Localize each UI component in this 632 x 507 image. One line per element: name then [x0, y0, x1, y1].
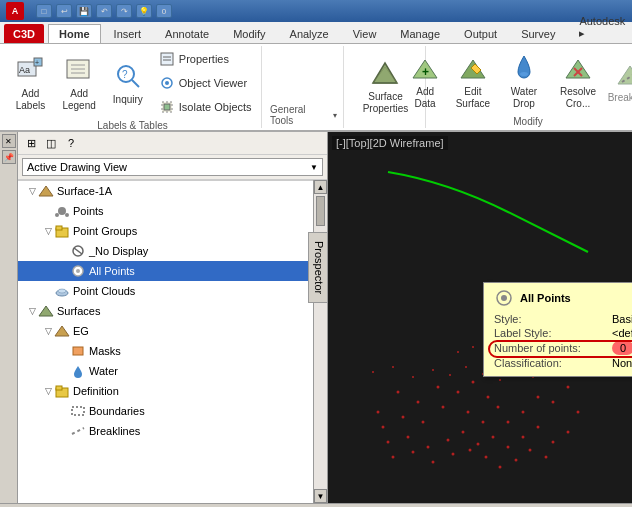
tooltip-row-labelstyle: Label Style: <default>: [494, 326, 632, 340]
tab-c3d[interactable]: C3D: [4, 24, 44, 43]
tree-label-pointclouds: Point Clouds: [73, 285, 135, 297]
tab-view[interactable]: View: [342, 24, 388, 43]
redo-icon[interactable]: ↷: [116, 4, 132, 18]
close-panel-btn[interactable]: ✕: [2, 134, 16, 148]
tab-survey[interactable]: Survey: [510, 24, 566, 43]
left-toolstrip: ✕ 📌: [0, 132, 18, 503]
svg-point-64: [522, 411, 525, 414]
expand-definition[interactable]: ▽: [42, 385, 54, 397]
main-area: ✕ 📌 ⊞ ◫ ? Active Drawing View ▼ ▽: [0, 132, 632, 503]
edit-surface-button[interactable]: Edit Surface: [448, 48, 498, 114]
expand-nodisplay: [58, 245, 70, 257]
add-labels-button[interactable]: Aa + AddLabels: [8, 50, 52, 116]
svg-text:+: +: [35, 59, 39, 66]
breaklines-icon: [614, 58, 632, 90]
tree-item-masks[interactable]: Masks: [18, 341, 313, 361]
svg-point-87: [499, 466, 502, 469]
tooltip-row-class: Classification: None: [494, 356, 632, 370]
add-legend-button[interactable]: AddLegend: [56, 50, 101, 116]
toolbar-btn-2[interactable]: ◫: [42, 134, 60, 152]
tree-item-breaklines[interactable]: Breaklines: [18, 421, 313, 441]
tree-item-points[interactable]: Points: [18, 201, 313, 221]
tab-insert[interactable]: Insert: [103, 24, 153, 43]
tree-item-pointclouds[interactable]: Point Clouds: [18, 281, 313, 301]
scroll-down-btn[interactable]: ▼: [314, 489, 327, 503]
tree-label-definition: Definition: [73, 385, 119, 397]
tree-scrollbar[interactable]: ▲ ▼: [313, 180, 327, 503]
water-drop-button[interactable]: Water Drop: [500, 48, 548, 114]
svg-point-39: [76, 269, 80, 273]
svg-point-96: [465, 366, 467, 368]
expand-surface1a[interactable]: ▽: [26, 185, 38, 197]
definition-icon: [54, 383, 70, 399]
prospector-side-tab[interactable]: Prospector: [308, 232, 328, 303]
tree-item-pointgroups[interactable]: ▽ Point Groups: [18, 221, 313, 241]
add-data-button[interactable]: + Add Data: [404, 48, 445, 114]
viewport[interactable]: [-][Top][2D Wireframe]: [328, 132, 632, 503]
svg-point-67: [567, 386, 570, 389]
svg-point-33: [65, 213, 69, 217]
ribbon-tab-bar: C3D Home Insert Annotate Modify Analyze …: [0, 22, 632, 44]
svg-text:Aa: Aa: [19, 65, 30, 75]
surface-properties-icon: [369, 57, 401, 89]
app-logo: A: [6, 2, 24, 20]
masks-icon: [70, 343, 86, 359]
expand-surfaces[interactable]: ▽: [26, 305, 38, 317]
resolve-crossings-button[interactable]: Resolve Cro...: [550, 48, 607, 114]
dropdown-label: Active Drawing View: [27, 161, 127, 173]
tab-output[interactable]: Output: [453, 24, 508, 43]
tab-analyze[interactable]: Analyze: [279, 24, 340, 43]
tooltip-title: All Points: [520, 292, 571, 304]
counter-icon: 0: [156, 4, 172, 18]
pin-btn[interactable]: 📌: [2, 150, 16, 164]
svg-point-102: [472, 346, 474, 348]
object-viewer-button[interactable]: Object Viewer: [154, 72, 257, 94]
tree-item-surfaces[interactable]: ▽ Surfaces: [18, 301, 313, 321]
expand-eg[interactable]: ▽: [42, 325, 54, 337]
inquiry-label: Inquiry: [113, 94, 143, 106]
tab-autodesk[interactable]: Autodesk ▸: [568, 11, 632, 43]
isolate-objects-button[interactable]: Isolate Objects: [154, 96, 257, 118]
svg-rect-17: [164, 104, 170, 110]
tree-label-breaklines: Breaklines: [89, 425, 140, 437]
save-icon[interactable]: 💾: [76, 4, 92, 18]
light-icon[interactable]: 💡: [136, 4, 152, 18]
tooltip-key-class: Classification:: [494, 357, 604, 369]
svg-marker-28: [618, 66, 632, 84]
tree-item-surface1a[interactable]: ▽ Surface-1A: [18, 181, 313, 201]
scroll-up-btn[interactable]: ▲: [314, 180, 327, 194]
tree-item-definition[interactable]: ▽ Definition: [18, 381, 313, 401]
svg-point-76: [507, 446, 510, 449]
tree-item-nodisplay[interactable]: _No Display: [18, 241, 313, 261]
breaklines-button[interactable]: Breaklin...: [608, 54, 632, 108]
tab-manage[interactable]: Manage: [389, 24, 451, 43]
toolbar-btn-3[interactable]: ?: [62, 134, 80, 152]
tree-item-water[interactable]: Water: [18, 361, 313, 381]
toolbar-btn-1[interactable]: ⊞: [22, 134, 40, 152]
svg-point-77: [522, 436, 525, 439]
tab-home[interactable]: Home: [48, 24, 101, 43]
tree-item-eg[interactable]: ▽ EG: [18, 321, 313, 341]
tooltip-val-numpoints: 0: [612, 341, 632, 355]
properties-button[interactable]: Properties: [154, 48, 257, 70]
svg-point-84: [452, 453, 455, 456]
inquiry-button[interactable]: ? Inquiry: [106, 56, 150, 110]
resolve-crossings-label: Resolve Cro...: [556, 86, 601, 110]
tree-item-allpoints[interactable]: All Points: [18, 261, 313, 281]
dropdown-arrow: ▼: [310, 163, 318, 172]
tab-annotate[interactable]: Annotate: [154, 24, 220, 43]
scroll-thumb[interactable]: [316, 196, 325, 226]
tree-item-boundaries[interactable]: Boundaries: [18, 401, 313, 421]
svg-point-83: [432, 461, 435, 464]
small-buttons-col: Properties Object Viewer: [154, 48, 257, 118]
general-tools-panel-label[interactable]: General Tools ▾: [270, 104, 337, 126]
active-drawing-view-dropdown[interactable]: Active Drawing View ▼: [22, 158, 323, 176]
labels-tables-panel-label[interactable]: Labels & Tables: [97, 120, 167, 131]
svg-marker-18: [373, 63, 397, 83]
new-icon[interactable]: □: [36, 4, 52, 18]
expand-pointgroups[interactable]: ▽: [42, 225, 54, 237]
svg-point-74: [477, 443, 480, 446]
tab-modify[interactable]: Modify: [222, 24, 276, 43]
open-icon[interactable]: ↩: [56, 4, 72, 18]
undo-icon[interactable]: ↶: [96, 4, 112, 18]
